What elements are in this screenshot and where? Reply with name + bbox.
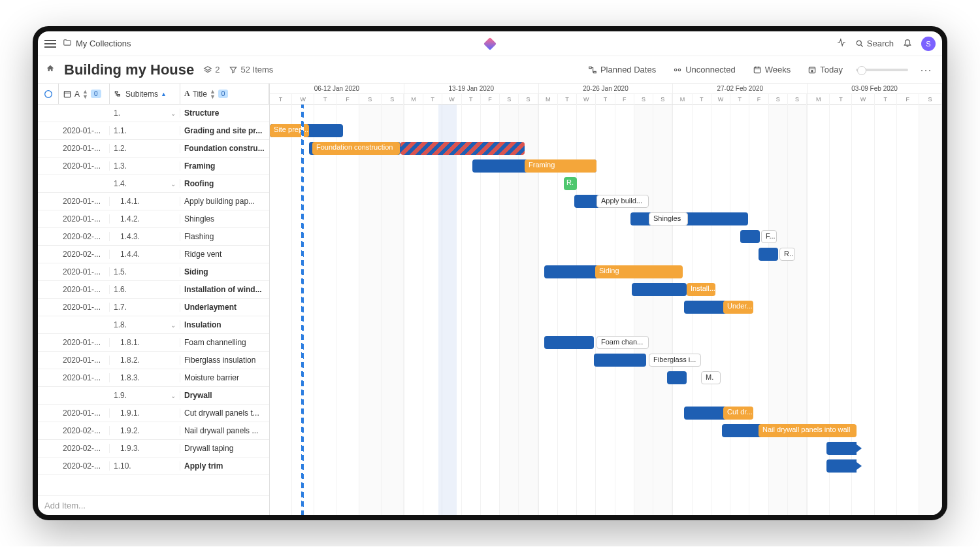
select-all-column[interactable]	[38, 84, 59, 104]
search-icon	[855, 39, 864, 48]
layers-icon	[203, 65, 212, 75]
gantt-bar[interactable]: R..	[779, 248, 795, 261]
gantt-bar[interactable]: Cut dr...	[723, 407, 753, 420]
gantt-bar[interactable]: Foam chan...	[596, 336, 649, 349]
more-icon[interactable]: ⋯	[917, 63, 934, 77]
gantt-bars: Site prep...Foundation constructionFrami…	[270, 105, 942, 515]
task-row[interactable]: 1.⌄Structure	[38, 105, 269, 122]
zoom-slider[interactable]	[856, 69, 908, 71]
task-row[interactable]: 2020-02-...1.10.Apply trim	[38, 458, 269, 475]
weeks-button[interactable]: Weeks	[749, 62, 795, 77]
gantt-bar[interactable]	[544, 336, 594, 349]
page-title: Building my House	[64, 61, 194, 78]
chevron-down-icon[interactable]: ⌄	[171, 392, 176, 399]
task-row[interactable]: 2020-01-...1.4.2.Shingles	[38, 210, 269, 228]
chevron-down-icon[interactable]: ⌄	[171, 180, 176, 188]
home-icon[interactable]	[46, 64, 55, 75]
task-row[interactable]: 2020-01-...1.2.Foundation constru...	[38, 140, 269, 158]
task-row[interactable]: 1.8.⌄Insulation	[38, 316, 269, 334]
task-row[interactable]: 2020-01-...1.6.Installation of wind...	[38, 281, 269, 299]
svg-rect-17	[118, 94, 120, 95]
gantt-bar[interactable]: Shingles	[649, 212, 688, 225]
gantt-bar[interactable]: Siding	[595, 265, 683, 278]
app-logo	[485, 39, 495, 48]
svg-rect-6	[754, 67, 760, 73]
gantt-bar[interactable]	[826, 459, 857, 473]
activity-icon[interactable]	[837, 38, 846, 49]
today-button[interactable]: Today	[804, 62, 847, 77]
task-list-panel: A ▲▼ 0 Subitems ▲ A Title ▲▼ 0 1.⌄Struct…	[38, 84, 270, 515]
gantt-bar[interactable]: Foundation construction	[312, 142, 400, 155]
gantt-bar[interactable]: Apply build...	[596, 195, 649, 208]
task-row[interactable]: 2020-01-...1.8.2.Fiberglass insulation	[38, 352, 269, 369]
filter-chip[interactable]: 52 Items	[229, 65, 273, 75]
chevron-down-icon[interactable]: ⌄	[171, 110, 176, 117]
gantt-bar[interactable]	[759, 248, 778, 261]
chevron-down-icon[interactable]: ⌄	[171, 322, 176, 329]
title-column-header[interactable]: A Title ▲▼ 0	[180, 84, 269, 104]
task-row[interactable]: 2020-02-...1.9.3.Drywall taping	[38, 440, 269, 458]
gantt-bar[interactable]: R.	[564, 177, 577, 190]
user-avatar[interactable]: S	[921, 37, 936, 51]
gantt-bar[interactable]	[826, 442, 857, 455]
svg-rect-14	[64, 91, 70, 97]
search-button[interactable]: Search	[855, 39, 894, 48]
svg-line-1	[861, 44, 863, 46]
gantt-bar[interactable]	[740, 230, 760, 243]
gantt-bar[interactable]	[400, 142, 525, 155]
gantt-bar[interactable]	[667, 371, 687, 384]
unlink-icon	[673, 65, 682, 75]
task-row[interactable]: 2020-02-...1.4.3.Flashing	[38, 228, 269, 246]
filter-icon	[229, 65, 238, 75]
task-row[interactable]: 2020-01-...1.9.1.Cut drywall panels t...	[38, 405, 269, 422]
date-column-header[interactable]: A ▲▼ 0	[59, 84, 110, 104]
task-row[interactable]: 2020-01-...1.8.1.Foam channelling	[38, 334, 269, 352]
calendar-icon	[63, 90, 72, 99]
breadcrumb[interactable]: My Collections	[76, 39, 131, 48]
gantt-bar[interactable]	[630, 212, 748, 225]
menu-button[interactable]	[44, 40, 56, 48]
today-line	[301, 105, 304, 515]
svg-point-0	[857, 41, 861, 45]
bell-icon[interactable]	[903, 38, 912, 49]
layers-count[interactable]: 2	[203, 65, 220, 75]
subitems-column-header[interactable]: Subitems ▲	[110, 84, 180, 104]
svg-point-4	[675, 69, 678, 71]
task-list-header: A ▲▼ 0 Subitems ▲ A Title ▲▼ 0	[38, 84, 269, 105]
subitems-icon	[114, 90, 123, 99]
gantt-bar[interactable]: F...	[761, 230, 777, 243]
add-item-input[interactable]: Add Item...	[38, 495, 269, 515]
planned-dates-button[interactable]: Planned Dates	[584, 62, 660, 77]
svg-point-12	[811, 70, 813, 71]
gantt-bar[interactable]: Fiberglass i...	[649, 354, 701, 367]
search-label: Search	[867, 39, 894, 48]
gantt-bar[interactable]	[632, 283, 687, 296]
svg-rect-16	[115, 91, 118, 92]
task-row[interactable]: 2020-01-...1.8.3.Moisture barrier	[38, 369, 269, 387]
gantt-bar[interactable]: Nail drywall panels into wall	[759, 424, 857, 437]
gantt-bar[interactable]: Framing	[525, 159, 596, 173]
gantt-bar[interactable]: Install...	[687, 283, 715, 296]
gantt-header: 06-12 Jan 2020TWTFSS13-19 Jan 2020MTWTFS…	[270, 84, 942, 105]
task-row[interactable]: 2020-02-...1.9.2.Nail drywall panels ...	[38, 422, 269, 440]
svg-point-5	[678, 69, 681, 71]
calendar-icon	[753, 65, 762, 75]
calendar-today-icon	[808, 65, 817, 75]
svg-rect-2	[589, 67, 592, 68]
svg-point-13	[44, 90, 52, 97]
gantt-bar[interactable]	[594, 354, 646, 367]
task-row[interactable]: 2020-01-...1.3.Framing	[38, 158, 269, 175]
unconnected-button[interactable]: Unconnected	[669, 62, 740, 77]
gantt-bar[interactable]: Under...	[723, 301, 753, 314]
task-row[interactable]: 2020-01-...1.5.Siding	[38, 263, 269, 281]
circle-icon	[43, 89, 54, 99]
task-row[interactable]: 2020-01-...1.4.1.Apply building pap...	[38, 193, 269, 210]
task-row[interactable]: 1.4.⌄Roofing	[38, 175, 269, 193]
task-row[interactable]: 2020-01-...1.1.Grading and site pr...	[38, 122, 269, 140]
task-row[interactable]: 2020-02-...1.4.4.Ridge vent	[38, 246, 269, 263]
gantt-bar[interactable]: M.	[701, 371, 721, 384]
task-row[interactable]: 1.9.⌄Drywall	[38, 387, 269, 405]
svg-rect-3	[594, 71, 596, 73]
task-row[interactable]: 2020-01-...1.7.Underlayment	[38, 299, 269, 316]
gantt-chart[interactable]: 06-12 Jan 2020TWTFSS13-19 Jan 2020MTWTFS…	[270, 84, 942, 515]
